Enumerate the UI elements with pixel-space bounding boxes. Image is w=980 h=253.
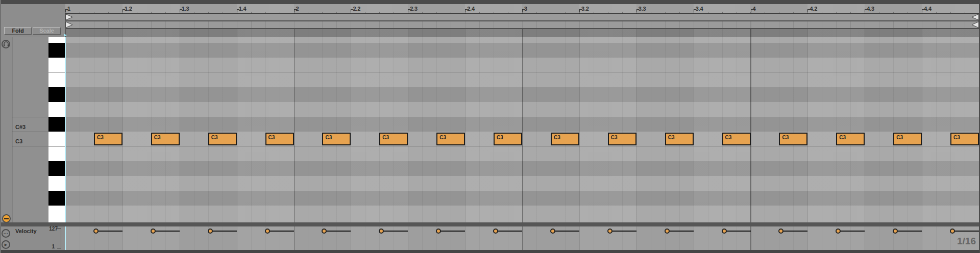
- scrub-area[interactable]: [65, 29, 979, 37]
- velocity-lane[interactable]: [65, 226, 979, 250]
- midi-note[interactable]: C3: [151, 133, 180, 145]
- grid-row-gs2[interactable]: [65, 191, 979, 206]
- velocity-marker[interactable]: [836, 229, 841, 234]
- grid-row-as2[interactable]: [65, 161, 979, 176]
- grid-row-g3[interactable]: [65, 37, 979, 43]
- velocity-lane-toggle-button[interactable]: [2, 214, 11, 223]
- midi-note[interactable]: C3: [950, 133, 979, 145]
- piano-key-g3[interactable]: [48, 37, 65, 43]
- piano-key-e3[interactable]: [48, 72, 65, 87]
- grid-row-b2[interactable]: [65, 146, 979, 161]
- velocity-marker[interactable]: [722, 229, 727, 234]
- midi-note[interactable]: C3: [379, 133, 408, 145]
- grid-row-d3[interactable]: [65, 102, 979, 117]
- velocity-marker[interactable]: [665, 229, 670, 234]
- velocity-marker[interactable]: [893, 229, 898, 234]
- midi-note[interactable]: C3: [608, 133, 636, 145]
- velocity-lane-label: Velocity: [15, 228, 37, 234]
- piano-key-cs3[interactable]: [48, 117, 65, 132]
- midi-note[interactable]: C3: [494, 133, 522, 145]
- grid-row-f3[interactable]: [65, 58, 979, 72]
- loop-start-marker-icon[interactable]: [65, 14, 73, 20]
- grid-row-ds3[interactable]: [65, 87, 979, 102]
- midi-note[interactable]: C3: [94, 133, 122, 145]
- velocity-stem: [496, 231, 522, 232]
- midi-note[interactable]: C3: [265, 133, 294, 145]
- velocity-marker[interactable]: [379, 229, 384, 234]
- scale-button[interactable]: Scale: [33, 27, 61, 35]
- midi-note[interactable]: C3: [208, 133, 237, 145]
- midi-note[interactable]: C3: [665, 133, 694, 145]
- midi-note[interactable]: C3: [551, 133, 579, 145]
- midi-note[interactable]: C3: [893, 133, 922, 145]
- midi-note[interactable]: C3: [779, 133, 807, 145]
- start-end-marker-lane[interactable]: [65, 21, 979, 29]
- piano-key-b2[interactable]: [48, 146, 65, 161]
- midi-note[interactable]: C3: [436, 133, 465, 145]
- midi-note[interactable]: C3: [322, 133, 351, 145]
- velocity-marker[interactable]: [151, 229, 156, 234]
- clip-end-marker-icon[interactable]: [971, 21, 979, 28]
- clip-start-marker-icon[interactable]: [65, 21, 73, 28]
- velocity-stem: [324, 231, 351, 232]
- velocity-marker[interactable]: [93, 229, 99, 234]
- grid-row-cs3[interactable]: [65, 117, 979, 132]
- velocity-marker[interactable]: [950, 229, 955, 234]
- gutter-divider: [12, 37, 13, 222]
- ruler-beat-label: 2.2: [353, 6, 360, 12]
- lane-play-button[interactable]: ▶: [2, 240, 10, 249]
- velocity-stem: [553, 231, 579, 232]
- velocity-stem: [210, 231, 237, 232]
- velocity-min-value: 1: [39, 244, 55, 249]
- note-grid[interactable]: C3C3C3C3C3C3C3C3C3C3C3C3C3C3C3C3: [65, 37, 979, 222]
- velocity-marker[interactable]: [607, 229, 612, 234]
- velocity-stem: [438, 231, 465, 232]
- piano-key-ds3[interactable]: [48, 87, 65, 102]
- velocity-marker[interactable]: [436, 229, 441, 234]
- loop-brace-lane[interactable]: [65, 14, 979, 21]
- piano-key-c3[interactable]: [48, 132, 65, 146]
- piano-key-gs2[interactable]: [48, 191, 65, 206]
- velocity-marker[interactable]: [208, 229, 213, 234]
- note-row-label: [12, 176, 48, 191]
- grid-row-e3[interactable]: [65, 72, 979, 87]
- piano-key-a2[interactable]: [48, 176, 65, 191]
- midi-note[interactable]: C3: [722, 133, 751, 145]
- velocity-marker[interactable]: [493, 229, 498, 234]
- piano-key-fs3[interactable]: [48, 43, 65, 58]
- velocity-lane-divider[interactable]: [0, 222, 980, 226]
- grid-row-fs3[interactable]: [65, 43, 979, 58]
- minus-icon: [4, 218, 9, 219]
- lane-options-button[interactable]: ···: [2, 229, 10, 238]
- ellipsis-icon: ···: [4, 231, 8, 236]
- velocity-marker[interactable]: [322, 229, 327, 234]
- ruler-beat-label: 3.3: [639, 6, 646, 12]
- preview-headphone-button[interactable]: [2, 40, 10, 48]
- midi-note[interactable]: C3: [836, 133, 865, 145]
- ruler-beat-label: 2.3: [410, 6, 418, 12]
- insert-marker-line: [65, 37, 66, 222]
- grid-row-g2[interactable]: [65, 206, 979, 222]
- ruler-beat-label: 3: [524, 6, 527, 12]
- piano-key-f3[interactable]: [48, 58, 65, 72]
- velocity-marker[interactable]: [778, 229, 783, 234]
- grid-row-a2[interactable]: [65, 176, 979, 191]
- piano-key-as2[interactable]: [48, 161, 65, 176]
- piano-keyboard[interactable]: [48, 37, 65, 222]
- fold-button[interactable]: Fold: [4, 27, 32, 35]
- note-row-label: C3: [12, 132, 48, 146]
- velocity-marker[interactable]: [550, 229, 555, 234]
- velocity-range-bracket-bottom: [57, 248, 61, 248]
- beat-time-ruler[interactable]: 11.21.31.422.22.32.433.23.33.444.24.34.4: [65, 4, 979, 14]
- ruler-beat-label: 1.4: [239, 6, 247, 12]
- velocity-stem: [667, 231, 694, 232]
- note-row-label: [12, 102, 48, 117]
- piano-key-g2[interactable]: [48, 206, 65, 222]
- loop-end-marker-icon[interactable]: [971, 14, 979, 20]
- ruler-beat-label: 1.2: [125, 6, 132, 12]
- ruler-beat-label: 4: [753, 6, 756, 12]
- velocity-marker[interactable]: [265, 229, 270, 234]
- insert-marker-icon[interactable]: [64, 34, 67, 37]
- note-row-label: [12, 146, 48, 161]
- piano-key-d3[interactable]: [48, 102, 65, 117]
